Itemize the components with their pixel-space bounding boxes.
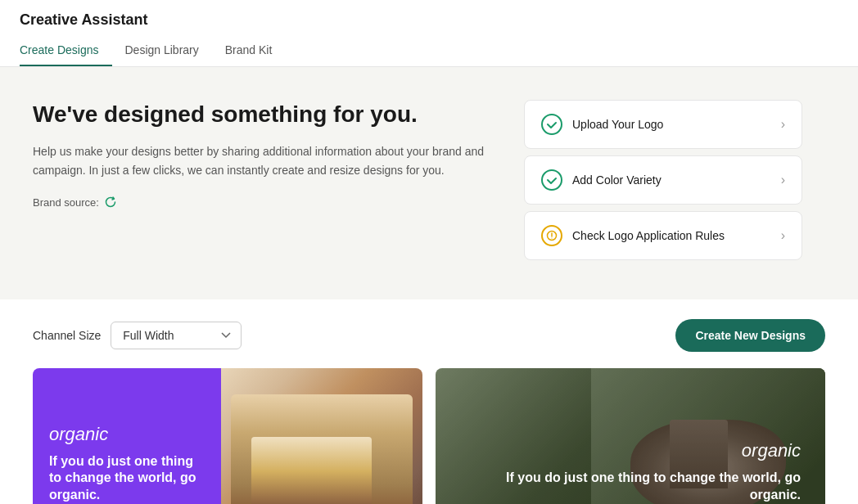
card1-brand: organic <box>49 424 205 445</box>
check-icon-green <box>541 114 562 135</box>
checklist-label-upload-logo: Upload Your Logo <box>572 118 663 131</box>
card1-quote: If you do just one thing to change the w… <box>49 453 205 504</box>
brand-source-label: Brand source: <box>33 196 99 209</box>
designs-row: organic If you do just one thing to chan… <box>33 368 825 504</box>
checklist-label-check-rules: Check Logo Application Rules <box>572 229 725 242</box>
svg-point-1 <box>551 237 552 238</box>
tab-design-library[interactable]: Design Library <box>112 37 212 66</box>
checklist-item-left: Check Logo Application Rules <box>541 225 725 246</box>
card2-content: organic If you do just one thing to chan… <box>460 440 801 504</box>
refresh-icon[interactable] <box>104 196 117 209</box>
card1-photo-placeholder <box>221 368 422 504</box>
chevron-right-icon: › <box>781 117 785 132</box>
tab-create-designs[interactable]: Create Designs <box>20 37 112 66</box>
channel-size-group: Channel Size Full Width Half Width Squar… <box>33 322 242 349</box>
card2-overlay: organic If you do just one thing to chan… <box>436 368 825 504</box>
checklist-item-check-rules[interactable]: Check Logo Application Rules › <box>524 211 802 260</box>
bottom-section: Channel Size Full Width Half Width Squar… <box>0 299 858 504</box>
card2-quote: If you do just one thing to change the w… <box>460 470 801 504</box>
main-content: We've designed something for you. Help u… <box>0 67 858 299</box>
channel-size-select[interactable]: Full Width Half Width Square Vertical <box>111 322 242 349</box>
card2-brand: organic <box>460 440 801 461</box>
checklist-label-add-color: Add Color Variety <box>572 173 662 187</box>
design-card-2: organic If you do just one thing to chan… <box>436 368 825 504</box>
card1-image <box>221 368 422 504</box>
chevron-right-icon-2: › <box>781 173 785 187</box>
checklist-item-upload-logo[interactable]: Upload Your Logo › <box>524 100 802 149</box>
left-panel: We've designed something for you. Help u… <box>33 100 491 209</box>
controls-row: Channel Size Full Width Half Width Squar… <box>33 319 825 352</box>
hero-title: We've designed something for you. <box>33 100 491 129</box>
checklist-item-left: Add Color Variety <box>541 169 662 191</box>
checklist-item-left: Upload Your Logo <box>541 114 663 135</box>
card1-left-panel: organic If you do just one thing to chan… <box>33 368 221 504</box>
checklist-item-add-color[interactable]: Add Color Variety › <box>524 155 802 205</box>
create-new-designs-button[interactable]: Create New Designs <box>675 319 825 352</box>
nav-tabs: Create Designs Design Library Brand Kit <box>20 37 838 66</box>
right-panel: Upload Your Logo › Add Color Variety › <box>524 100 802 267</box>
app-title: Creative Assistant <box>20 11 838 29</box>
brand-source: Brand source: <box>33 196 491 209</box>
channel-size-label: Channel Size <box>33 329 101 342</box>
tab-brand-kit[interactable]: Brand Kit <box>212 37 286 66</box>
check-icon-green-2 <box>541 169 562 191</box>
chevron-right-icon-3: › <box>781 228 785 243</box>
app-header: Creative Assistant Create Designs Design… <box>0 0 858 67</box>
design-card-1: organic If you do just one thing to chan… <box>33 368 422 504</box>
warning-icon <box>541 225 562 246</box>
hero-description: Help us make your designs better by shar… <box>33 142 491 179</box>
